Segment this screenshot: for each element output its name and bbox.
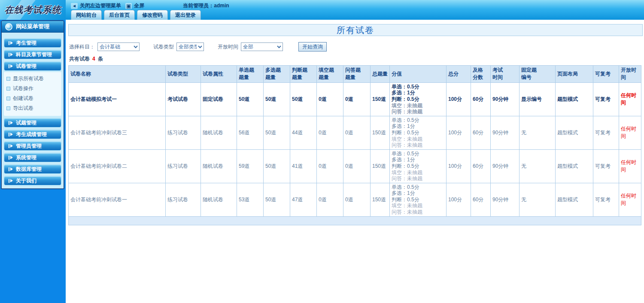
cell-multi-count: 50道 [264, 149, 290, 183]
submenu-item-label: 试卷操作 [13, 85, 33, 92]
cell-pass-score: 60分 [471, 183, 491, 216]
play-icon [9, 133, 13, 136]
col-header-page-layout: 页面布局 [556, 66, 593, 83]
cell-paper-attr: 随机试卷 [201, 183, 237, 216]
sidebar-item-label: 关于我们 [16, 177, 36, 185]
cell-score-values: 单选：0.5分 多选：1分 判断：0.5分 填空：未抽题 问答：未抽题 [390, 116, 447, 149]
sidebar-item-score-management[interactable]: 考生成绩管理 [4, 130, 61, 139]
paper-management-submenu: 显示所有试卷 试卷操作 创建试卷 导出试卷 [4, 72, 61, 116]
sidebar-item-about-us[interactable]: 关于我们 [4, 176, 61, 185]
cell-judge-count: 44道 [290, 116, 317, 149]
sidebar-item-label: 管理员管理 [16, 142, 42, 150]
page-title: 所有试卷 [337, 24, 374, 36]
col-header-judge-count: 判断题 题量 [290, 66, 317, 83]
cell-multi-count: 50道 [264, 82, 290, 116]
cell-paper-type: 练习试卷 [166, 183, 201, 216]
sidebar-item-label: 科目及章节管理 [16, 51, 52, 58]
cell-exam-time: 90分钟 [491, 82, 519, 116]
cell-exam-time: 90分钟 [491, 183, 519, 216]
table-footer-spacer [69, 216, 641, 225]
submenu-item-create-paper[interactable]: 创建试卷 [6, 94, 61, 103]
cell-pass-score: 60分 [471, 82, 491, 116]
sidebar-header: 网站菜单管理 [2, 21, 64, 33]
cell-page-layout: 题型模式 [556, 183, 593, 216]
cell-total-count: 150道 [371, 116, 390, 149]
sidebar-item-admin-management[interactable]: 管理员管理 [4, 141, 61, 151]
cell-fill-count: 0道 [317, 149, 343, 183]
cell-fill-count: 0道 [317, 82, 343, 116]
col-header-open-time: 开放时间 [619, 66, 641, 83]
cell-qa-count: 0道 [343, 183, 371, 216]
collapse-menu-button[interactable]: ◄ 关闭左边管理菜单 [71, 2, 121, 9]
cell-paper-name: 会计基础考前冲刺试卷二 [69, 149, 166, 183]
sidebar-item-label: 系统管理 [16, 154, 36, 161]
cell-total-score: 100分 [447, 116, 471, 149]
open-time-select[interactable]: 全部 [241, 42, 283, 51]
submenu-item-paper-operations[interactable]: 试卷操作 [6, 84, 61, 94]
play-icon [9, 156, 13, 160]
app-logo: 在线考试系统 [0, 0, 66, 20]
main-content: 所有试卷 选择科目： 会计基础 试卷类型 全部类型 开放时间 全部 开始查询 共… [66, 20, 644, 303]
submenu-item-export-paper[interactable]: 导出试卷 [6, 103, 61, 113]
cell-retake: 可复考 [593, 183, 619, 216]
sidebar-header-label: 网站菜单管理 [16, 23, 49, 30]
sidebar-panel: 网站菜单管理 考生管理 科目及章节管理 试卷管理 [1, 20, 64, 189]
col-header-paper-type: 试卷类型 [166, 66, 201, 83]
col-header-pass-score: 及格 分数 [471, 66, 491, 83]
submenu-item-show-all-papers[interactable]: 显示所有试卷 [6, 74, 61, 84]
cell-exam-time: 90分钟 [491, 149, 519, 183]
sidebar-item-label: 试卷管理 [16, 63, 36, 70]
sidebar-menu: 考生管理 科目及章节管理 试卷管理 显示所有试卷 [2, 33, 64, 188]
cell-single-count: 59道 [237, 149, 264, 183]
app-window: 在线考试系统 网站菜单管理 考生管理 科目及章节管理 试卷管理 [0, 0, 644, 303]
cell-score-values: 单选：0.5分 多选：1分 判断：0.5分 填空：未抽题 问答：未抽题 [390, 82, 447, 116]
cell-page-layout: 题型模式 [556, 82, 593, 116]
filter-bar: 选择科目： 会计基础 试卷类型 全部类型 开放时间 全部 开始查询 [69, 42, 643, 52]
play-icon [9, 167, 13, 171]
sidebar-item-database-management[interactable]: 数据库管理 [4, 164, 61, 174]
sidebar-item-paper-management[interactable]: 试卷管理 [4, 61, 61, 71]
subject-select[interactable]: 会计基础 [97, 42, 140, 51]
cell-multi-count: 50道 [264, 116, 290, 149]
cell-retake: 可复考 [593, 149, 619, 183]
cell-paper-attr: 随机试卷 [201, 149, 237, 183]
col-header-exam-time: 考试 时间 [491, 66, 519, 83]
sidebar: 在线考试系统 网站菜单管理 考生管理 科目及章节管理 试卷管理 [0, 0, 66, 303]
sidebar-item-examinee-management[interactable]: 考生管理 [4, 38, 61, 48]
current-admin-info: 当前管理员：admin [183, 2, 229, 9]
col-header-qa-count: 问答题 题量 [343, 66, 371, 83]
summary-prefix: 共有试卷 [69, 56, 90, 62]
cell-fixed-number: 无 [519, 183, 556, 216]
cell-paper-type: 练习试卷 [166, 116, 201, 149]
play-icon [9, 41, 13, 45]
fullscreen-button[interactable]: ▣ 全屏 [125, 2, 144, 9]
tab-backend-home[interactable]: 后台首页 [104, 10, 135, 20]
col-header-paper-attr: 试卷属性 [201, 66, 237, 83]
cell-judge-count: 50道 [290, 82, 317, 116]
sidebar-item-subject-chapter-management[interactable]: 科目及章节管理 [4, 50, 61, 59]
cell-qa-count: 0道 [343, 116, 371, 149]
tab-change-password[interactable]: 修改密码 [137, 10, 168, 20]
cell-paper-attr: 固定试卷 [201, 82, 237, 116]
sidebar-item-system-management[interactable]: 系统管理 [4, 153, 61, 162]
cell-total-count: 150道 [371, 183, 390, 216]
tab-site-frontend[interactable]: 网站前台 [71, 10, 102, 20]
cell-pass-score: 60分 [471, 149, 491, 183]
cell-open-time: 任何时间 [619, 149, 641, 183]
cell-paper-name: 会计基础考前冲刺试卷一 [69, 183, 166, 216]
col-header-paper-name: 试卷名称 [69, 66, 166, 83]
sidebar-item-label: 考生成绩管理 [16, 131, 47, 138]
cell-paper-name: 会计基础考前冲刺试卷三 [69, 116, 166, 149]
table-header-row: 试卷名称 试卷类型 试卷属性 单选题 题量 多选题 题量 判断题 题量 填空题 … [69, 66, 641, 83]
cell-fixed-number: 无 [519, 149, 556, 183]
orb-icon [5, 23, 12, 30]
sidebar-item-label: 数据库管理 [16, 166, 42, 173]
start-query-button[interactable]: 开始查询 [298, 42, 327, 52]
table-row: 会计基础考前冲刺试卷三 练习试卷 随机试卷 56道 50道 44道 0道 0道 … [69, 116, 641, 149]
cell-judge-count: 41道 [290, 149, 317, 183]
cell-total-count: 150道 [371, 149, 390, 183]
tab-logout[interactable]: 退出登录 [170, 10, 201, 20]
sidebar-item-question-management[interactable]: 试题管理 [4, 118, 61, 127]
paper-type-select[interactable]: 全部类型 [176, 42, 204, 51]
topbar-tabs: 网站前台 后台首页 修改密码 退出登录 [71, 10, 201, 20]
